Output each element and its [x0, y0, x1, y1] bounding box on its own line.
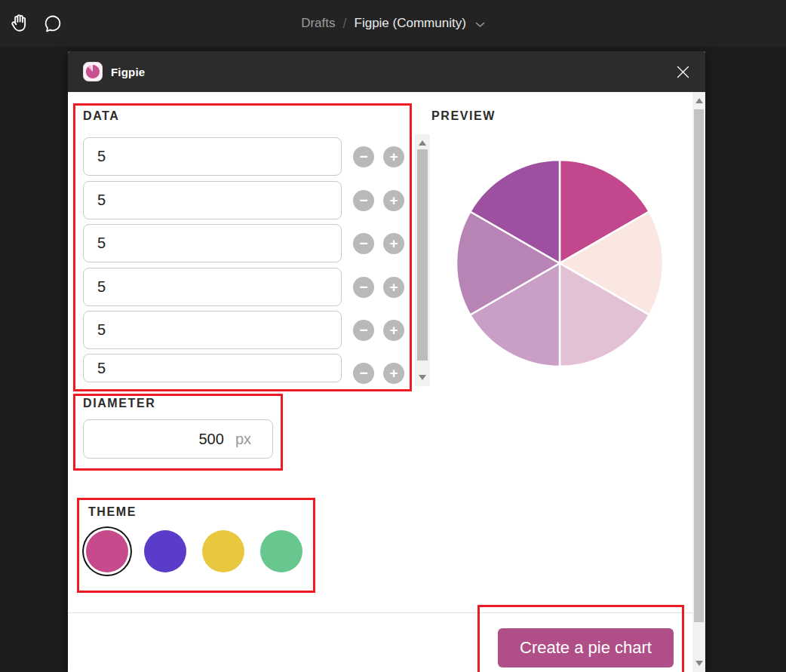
scroll-down-arrow-icon[interactable] — [419, 375, 426, 380]
scrollbar-thumb[interactable] — [694, 109, 704, 622]
comment-tool-button[interactable] — [36, 7, 69, 40]
hand-tool-button[interactable] — [3, 7, 36, 40]
scrollbar-thumb[interactable] — [417, 149, 428, 361]
increment-button[interactable]: + — [383, 190, 404, 211]
increment-button[interactable]: + — [383, 320, 404, 341]
increment-button[interactable]: + — [383, 277, 404, 298]
chevron-down-icon[interactable] — [475, 22, 485, 28]
theme-swatch-green[interactable] — [260, 530, 302, 572]
decrement-button[interactable]: − — [353, 277, 374, 298]
decrement-button[interactable]: − — [353, 320, 374, 341]
plugin-title: Figpie — [111, 66, 145, 78]
increment-button[interactable]: + — [383, 146, 404, 167]
theme-swatch-purple[interactable] — [144, 530, 186, 572]
pie-chart — [454, 158, 665, 369]
increment-button[interactable]: + — [383, 233, 404, 254]
footer-divider — [68, 612, 692, 613]
close-icon — [677, 66, 689, 78]
figpie-plugin-window: Figpie DATA 5 − + 5 − + 5 − + 5 − — [68, 51, 705, 672]
diameter-input[interactable]: 500 px — [83, 419, 273, 459]
increment-button[interactable]: + — [383, 363, 404, 384]
data-row: 5 − + — [83, 224, 415, 262]
plugin-header: Figpie — [68, 51, 705, 92]
data-input-3[interactable]: 5 — [83, 224, 342, 262]
create-pie-chart-button[interactable]: Create a pie chart — [498, 628, 674, 667]
figma-toolbar: Drafts / Figpie (Community) — [0, 0, 786, 47]
scroll-up-arrow-icon[interactable] — [695, 98, 703, 103]
theme-section-label: THEME — [88, 505, 137, 519]
theme-swatches — [86, 530, 302, 572]
data-row: 5 − + — [83, 181, 415, 219]
plugin-body: DATA 5 − + 5 − + 5 − + 5 − + 5 − + 5 − — [68, 92, 705, 672]
data-input-4[interactable]: 5 — [83, 268, 342, 306]
comment-bubble-icon — [42, 13, 63, 34]
breadcrumb: Drafts / Figpie (Community) — [0, 0, 786, 47]
breadcrumb-drafts[interactable]: Drafts — [301, 16, 335, 31]
decrement-button[interactable]: − — [353, 233, 374, 254]
close-button[interactable] — [672, 61, 693, 82]
data-row: 5 − + — [83, 268, 415, 306]
scroll-up-arrow-icon[interactable] — [419, 140, 426, 146]
data-row: 5 − + — [83, 137, 415, 176]
data-row: 5 − + — [83, 311, 415, 349]
theme-swatch-pink[interactable] — [86, 530, 128, 572]
diameter-value: 500 — [199, 431, 224, 448]
scroll-down-arrow-icon[interactable] — [695, 661, 703, 666]
decrement-button[interactable]: − — [353, 190, 374, 211]
figpie-logo-icon — [83, 62, 103, 81]
decrement-button[interactable]: − — [353, 363, 374, 384]
breadcrumb-current-file[interactable]: Figpie (Community) — [355, 16, 466, 31]
hand-icon — [8, 12, 31, 35]
diameter-section-label: DIAMETER — [83, 397, 155, 410]
plugin-scrollbar[interactable] — [692, 92, 705, 672]
data-row: 5 − + — [83, 354, 415, 392]
data-input-6[interactable]: 5 — [83, 354, 342, 382]
diameter-unit: px — [235, 431, 251, 448]
data-input-5[interactable]: 5 — [83, 311, 342, 349]
preview-section-label: PREVIEW — [431, 109, 496, 123]
theme-swatch-yellow[interactable] — [202, 530, 244, 572]
data-section-label: DATA — [83, 109, 119, 123]
data-input-1[interactable]: 5 — [83, 137, 342, 176]
decrement-button[interactable]: − — [353, 146, 374, 167]
breadcrumb-separator: / — [343, 16, 347, 32]
data-input-2[interactable]: 5 — [83, 181, 342, 219]
data-list-scrollbar[interactable] — [415, 134, 430, 386]
